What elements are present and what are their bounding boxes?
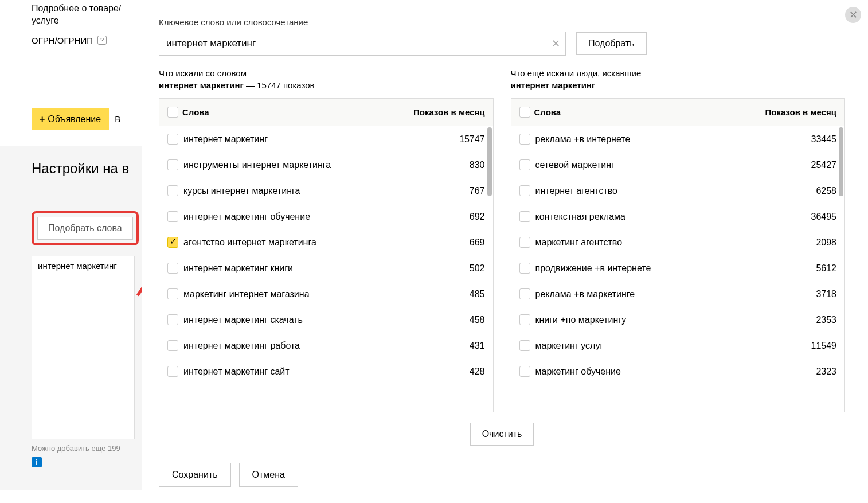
row-checkbox[interactable]: [167, 185, 178, 196]
keyword-textarea[interactable]: интернет маркетинг: [32, 256, 135, 439]
row-count: 830: [428, 160, 485, 170]
row-checkbox[interactable]: [167, 340, 178, 351]
row-count: 428: [428, 366, 485, 377]
select-all-left-checkbox[interactable]: [167, 107, 178, 118]
row-words: маркетинг обучение: [535, 366, 780, 377]
highlight-annotation: Подобрать слова: [32, 211, 139, 245]
table-row: маркетинг услуг 11549: [511, 333, 845, 358]
row-words: реклама +в маркетинге: [535, 289, 780, 299]
row-count: 6258: [779, 186, 836, 196]
row-words: контекстная реклама: [535, 212, 780, 222]
row-count: 11549: [779, 341, 836, 351]
row-count: 2098: [779, 237, 836, 248]
row-count: 458: [428, 315, 485, 325]
settings-section: Настройки на в Подобрать слова интернет …: [0, 146, 142, 490]
info-icon: i: [32, 457, 42, 467]
keyword-input[interactable]: [159, 32, 566, 56]
close-icon[interactable]: ✕: [845, 7, 861, 23]
row-count: 25427: [779, 160, 836, 170]
pick-words-button[interactable]: Подобрать слова: [37, 217, 133, 240]
row-checkbox[interactable]: [167, 211, 178, 222]
left-caption: Что искали со словом интернет маркетинг …: [159, 67, 494, 91]
keyword-dialog: ✕ Ключевое слово или словосочетание ✕ По…: [142, 0, 868, 503]
row-count: 5612: [779, 263, 836, 274]
add-ad-label: Объявление: [48, 114, 101, 124]
row-count: 2353: [779, 315, 836, 325]
row-checkbox[interactable]: [519, 185, 530, 196]
table-row: интернет маркетинг обучение 692: [159, 204, 493, 229]
row-count: 2323: [779, 366, 836, 377]
row-checkbox[interactable]: [519, 288, 530, 299]
row-checkbox[interactable]: [167, 314, 178, 325]
table-row: сетевой маркетинг 25427: [511, 152, 845, 178]
table-row: маркетинг интернет магазина 485: [159, 281, 493, 307]
hint-text: Можно добавить еще 199: [32, 444, 142, 453]
clear-button[interactable]: Очистить: [470, 423, 534, 446]
btn-b-text: В: [115, 114, 120, 124]
th-words-right: Слова: [534, 107, 734, 117]
row-checkbox[interactable]: [167, 159, 178, 170]
row-words: маркетинг агентство: [535, 237, 780, 248]
help-icon[interactable]: ?: [97, 36, 107, 45]
scrollbar-right[interactable]: [839, 127, 843, 196]
right-table: Слова Показов в месяц реклама +в интерне…: [511, 98, 846, 412]
row-checkbox[interactable]: [519, 237, 530, 248]
left-panel: Подробнее о товаре/услуге ОГРН/ОГРНИП ? …: [0, 0, 142, 503]
row-count: 692: [428, 212, 485, 222]
left-column: Что искали со словом интернет маркетинг …: [159, 67, 494, 412]
table-row: инструменты интернет маркетинга 830: [159, 152, 493, 178]
plus-icon: +: [40, 114, 45, 124]
row-words: интернет маркетинг скачать: [183, 315, 428, 325]
left-table: Слова Показов в месяц интернет маркетинг…: [159, 98, 494, 412]
save-button[interactable]: Сохранить: [159, 463, 231, 487]
th-count-left: Показов в месяц: [382, 107, 485, 117]
row-checkbox[interactable]: [519, 340, 530, 351]
row-words: сетевой маркетинг: [535, 160, 780, 170]
add-ad-button[interactable]: + Объявление: [32, 108, 109, 130]
row-words: реклама +в интернете: [535, 134, 780, 145]
table-row: интернет маркетинг сайт 428: [159, 358, 493, 384]
table-row: интернет агентство 6258: [511, 178, 845, 204]
row-checkbox[interactable]: [167, 237, 178, 248]
row-count: 502: [428, 263, 485, 274]
scrollbar-left[interactable]: [487, 127, 492, 196]
table-row: продвижение +в интернете 5612: [511, 255, 845, 281]
left-ogrn-label: ОГРН/ОГРНИП: [32, 36, 93, 45]
row-checkbox[interactable]: [519, 263, 530, 274]
pick-button[interactable]: Подобрать: [576, 32, 647, 55]
table-row: интернет маркетинг 15747: [159, 126, 493, 152]
table-row: агентство интернет маркетинга 669: [159, 229, 493, 255]
row-count: 767: [428, 186, 485, 196]
row-checkbox[interactable]: [519, 366, 530, 377]
section-title: Настройки на в: [32, 161, 142, 177]
right-caption: Что ещё искали люди, искавшие интернет м…: [511, 67, 846, 91]
row-checkbox[interactable]: [167, 288, 178, 299]
table-row: книги +по маркетингу 2353: [511, 307, 845, 333]
row-words: маркетинг услуг: [535, 341, 780, 351]
table-row: реклама +в интернете 33445: [511, 126, 845, 152]
clear-input-icon[interactable]: ✕: [552, 37, 560, 50]
row-words: интернет агентство: [535, 186, 780, 196]
row-checkbox[interactable]: [167, 366, 178, 377]
row-checkbox[interactable]: [167, 263, 178, 274]
cancel-button[interactable]: Отмена: [239, 463, 298, 487]
row-words: интернет маркетинг книги: [183, 263, 428, 274]
table-row: реклама +в маркетинге 3718: [511, 281, 845, 307]
input-label: Ключевое слово или словосочетание: [159, 17, 845, 27]
select-all-right-checkbox[interactable]: [519, 107, 530, 118]
row-count: 15747: [428, 134, 485, 145]
row-checkbox[interactable]: [167, 134, 178, 145]
th-count-right: Показов в месяц: [733, 107, 836, 117]
row-checkbox[interactable]: [519, 314, 530, 325]
table-row: курсы интернет маркетинга 767: [159, 178, 493, 204]
row-checkbox[interactable]: [519, 211, 530, 222]
left-detail-label: Подробнее о товаре/услуге: [32, 0, 133, 30]
table-row: маркетинг агентство 2098: [511, 229, 845, 255]
table-row: контекстная реклама 36495: [511, 204, 845, 229]
row-count: 431: [428, 341, 485, 351]
row-words: инструменты интернет маркетинга: [183, 160, 428, 170]
row-checkbox[interactable]: [519, 159, 530, 170]
row-count: 3718: [779, 289, 836, 299]
row-checkbox[interactable]: [519, 134, 530, 145]
row-words: интернет маркетинг работа: [183, 341, 428, 351]
